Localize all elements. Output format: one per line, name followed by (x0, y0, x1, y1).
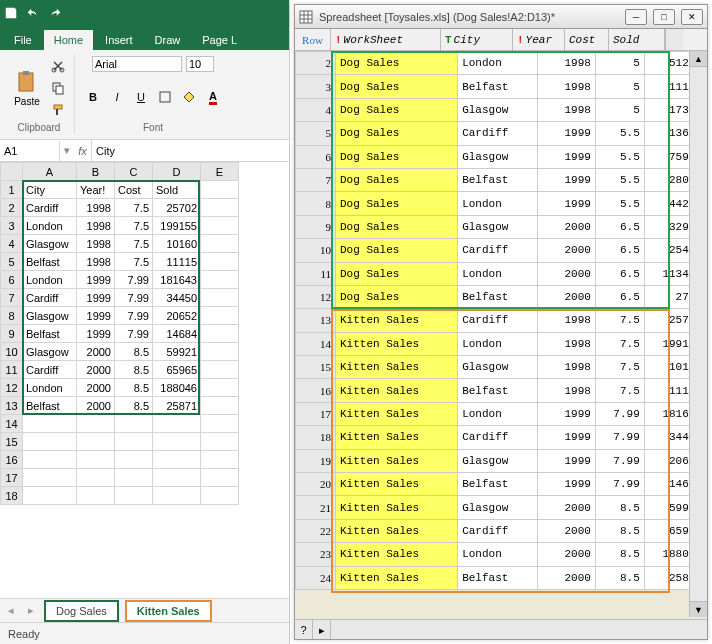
tab-insert[interactable]: Insert (95, 30, 143, 50)
cell[interactable] (115, 451, 153, 469)
cut-button[interactable] (48, 56, 68, 76)
cell[interactable]: 8.5 (115, 397, 153, 415)
table-row[interactable]: 10Dog SalesCardiff20006.525439 (296, 239, 707, 262)
cell[interactable]: 2000 (77, 343, 115, 361)
cell[interactable]: 7.5 (115, 253, 153, 271)
row-header[interactable]: 3 (1, 217, 23, 235)
table-row[interactable]: 4Dog SalesGlasgow1998517318 (296, 98, 707, 121)
row-header[interactable]: 12 (1, 379, 23, 397)
cell[interactable]: 25871 (153, 397, 201, 415)
row-header[interactable]: 6 (1, 271, 23, 289)
undo-icon[interactable] (26, 6, 40, 20)
table-row[interactable]: 8Dog SalesLondon19995.544271 (296, 192, 707, 215)
tab-pagelayout[interactable]: Page L (192, 30, 247, 50)
tab-draw[interactable]: Draw (145, 30, 191, 50)
cell[interactable] (23, 469, 77, 487)
cell[interactable] (201, 415, 239, 433)
cell[interactable] (201, 289, 239, 307)
col-header-A[interactable]: A (23, 163, 77, 181)
table-row[interactable]: 15Kitten SalesGlasgow19987.510160 (296, 356, 707, 379)
cell[interactable]: 1998 (77, 199, 115, 217)
cell[interactable] (153, 487, 201, 505)
row-header[interactable]: 17 (1, 469, 23, 487)
paste-button[interactable]: Paste (10, 65, 44, 111)
row-header[interactable]: 13 (1, 397, 23, 415)
cell[interactable] (201, 307, 239, 325)
cell[interactable] (201, 235, 239, 253)
cell[interactable]: 14684 (153, 325, 201, 343)
table-row[interactable]: 13Kitten SalesCardiff19987.525702 (296, 309, 707, 332)
cell[interactable]: 1999 (77, 325, 115, 343)
italic-button[interactable]: I (107, 87, 127, 107)
row-header[interactable]: 11 (1, 361, 23, 379)
cell[interactable] (201, 325, 239, 343)
table-row[interactable]: 19Kitten SalesGlasgow19997.9920652 (296, 449, 707, 472)
cell[interactable] (77, 415, 115, 433)
font-size-select[interactable] (186, 56, 214, 72)
col-header-E[interactable]: E (201, 163, 239, 181)
cell[interactable]: 7.99 (115, 271, 153, 289)
col-cost[interactable]: Cost (565, 29, 609, 50)
cell[interactable]: 7.5 (115, 217, 153, 235)
border-button[interactable] (155, 87, 175, 107)
cell[interactable] (23, 415, 77, 433)
cell[interactable]: 1998 (77, 253, 115, 271)
redo-icon[interactable] (48, 6, 62, 20)
cell[interactable]: 1999 (77, 289, 115, 307)
cell[interactable] (201, 397, 239, 415)
table-row[interactable]: 20Kitten SalesBelfast19997.9914684 (296, 473, 707, 496)
spreadsheet-grid[interactable]: ABCDE1CityYear!CostSold2Cardiff19987.525… (0, 162, 289, 505)
cell[interactable]: 7.99 (115, 289, 153, 307)
bold-button[interactable]: B (83, 87, 103, 107)
table-row[interactable]: 24Kitten SalesBelfast20008.525871 (296, 566, 707, 589)
cell[interactable] (201, 253, 239, 271)
cell[interactable]: 25702 (153, 199, 201, 217)
cell[interactable] (23, 487, 77, 505)
table-row[interactable]: 18Kitten SalesCardiff19997.9934450 (296, 426, 707, 449)
cell[interactable]: 2000 (77, 397, 115, 415)
col-row[interactable]: Row (295, 29, 331, 50)
minimize-button[interactable]: ─ (625, 9, 647, 25)
cell[interactable]: 65965 (153, 361, 201, 379)
cell[interactable]: Belfast (23, 397, 77, 415)
row-header[interactable]: 4 (1, 235, 23, 253)
cell[interactable]: 199155 (153, 217, 201, 235)
table-row[interactable]: 5Dog SalesCardiff19995.513664 (296, 122, 707, 145)
cell[interactable]: City (23, 181, 77, 199)
col-city[interactable]: TCity (441, 29, 513, 50)
fill-color-button[interactable] (179, 87, 199, 107)
close-button[interactable]: ✕ (681, 9, 703, 25)
cell[interactable] (201, 487, 239, 505)
cell[interactable] (201, 343, 239, 361)
help-button[interactable]: ? (295, 620, 313, 639)
cell[interactable]: 34450 (153, 289, 201, 307)
table-row[interactable]: 7Dog SalesBelfast19995.528044 (296, 168, 707, 191)
cell[interactable]: London (23, 217, 77, 235)
cell[interactable]: 20652 (153, 307, 201, 325)
col-sold[interactable]: Sold (609, 29, 665, 50)
cell[interactable] (201, 451, 239, 469)
footer-dropdown[interactable]: ▸ (313, 620, 331, 639)
scroll-down-icon[interactable]: ▼ (690, 601, 707, 617)
cell[interactable] (201, 217, 239, 235)
cell[interactable]: 7.5 (115, 235, 153, 253)
cell[interactable] (115, 433, 153, 451)
cell[interactable] (115, 469, 153, 487)
col-year[interactable]: !Year (513, 29, 565, 50)
cell[interactable] (153, 433, 201, 451)
cell[interactable] (77, 451, 115, 469)
cell[interactable] (77, 487, 115, 505)
cell[interactable]: London (23, 379, 77, 397)
table-row[interactable]: 23Kitten SalesLondon20008.5188046 (296, 543, 707, 566)
cell[interactable] (77, 469, 115, 487)
fx-icon[interactable]: fx (74, 140, 92, 161)
cell[interactable]: 1998 (77, 235, 115, 253)
cell[interactable] (153, 469, 201, 487)
cell[interactable] (201, 379, 239, 397)
maximize-button[interactable]: □ (653, 9, 675, 25)
sheet-tab-kitten-sales[interactable]: Kitten Sales (125, 600, 212, 622)
cell[interactable]: Cardiff (23, 361, 77, 379)
col-header-C[interactable]: C (115, 163, 153, 181)
cell[interactable] (201, 271, 239, 289)
cell[interactable]: 11115 (153, 253, 201, 271)
